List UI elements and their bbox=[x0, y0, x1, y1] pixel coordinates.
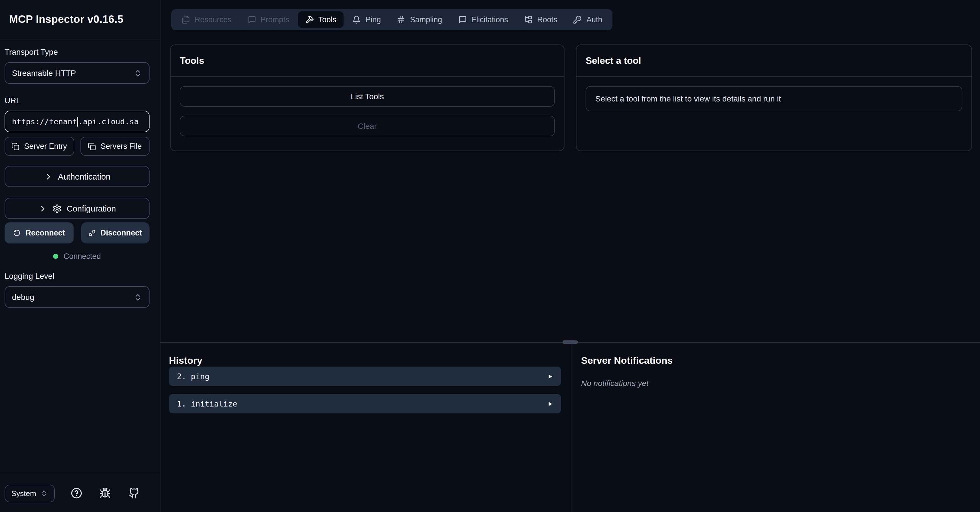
help-circle-icon bbox=[70, 487, 82, 499]
unplug-icon bbox=[89, 230, 95, 236]
vertical-pane-divider bbox=[571, 343, 571, 512]
select-tool-panel-title: Select a tool bbox=[585, 55, 641, 66]
configuration-label: Configuration bbox=[67, 204, 116, 213]
chevron-right-icon bbox=[38, 204, 48, 213]
authentication-label: Authentication bbox=[58, 172, 110, 181]
chevrons-up-down-icon bbox=[134, 293, 142, 301]
chevrons-up-down-icon bbox=[134, 69, 142, 77]
configuration-expander[interactable]: Configuration bbox=[5, 198, 150, 219]
expand-play-icon bbox=[546, 400, 554, 407]
disconnect-button[interactable]: Disconnect bbox=[81, 222, 150, 243]
clear-tools-button[interactable]: Clear bbox=[180, 116, 555, 136]
select-tool-panel: Select a tool Select a tool from the lis… bbox=[576, 44, 972, 151]
message-square-icon bbox=[247, 15, 256, 24]
sidebar-body: Transport Type Streamable HTTP URL https… bbox=[0, 40, 160, 474]
server-entry-label: Server Entry bbox=[24, 142, 67, 151]
tab-bar: Resources Prompts Tools Ping Sampling bbox=[171, 9, 612, 30]
bug-icon bbox=[99, 487, 111, 499]
connected-dot bbox=[53, 254, 59, 259]
copy-icon bbox=[88, 142, 96, 150]
hash-icon bbox=[397, 15, 406, 24]
message-square-icon bbox=[458, 15, 466, 24]
history-item-initialize[interactable]: 1. initialize bbox=[169, 394, 561, 414]
transport-type-label: Transport Type bbox=[5, 47, 150, 56]
sidebar-header: MCP Inspector v0.16.5 bbox=[0, 0, 160, 40]
tab-prompts[interactable]: Prompts bbox=[240, 11, 297, 28]
connected-label: Connected bbox=[64, 252, 101, 261]
url-input[interactable]: https://tenant.api.cloud.sa bbox=[5, 111, 150, 132]
tools-panel-header: Tools bbox=[171, 45, 564, 77]
transport-type-select[interactable]: Streamable HTTP bbox=[5, 62, 150, 84]
url-value-after-caret: .api.cloud.sa bbox=[78, 117, 139, 126]
chevron-right-icon bbox=[44, 172, 53, 181]
history-section: History 2. ping 1. initialize bbox=[169, 343, 561, 414]
logging-level-select[interactable]: debug bbox=[5, 286, 150, 308]
authentication-expander[interactable]: Authentication bbox=[5, 166, 150, 187]
folder-tree-icon bbox=[524, 15, 533, 24]
servers-file-button[interactable]: Servers File bbox=[80, 137, 150, 156]
files-icon bbox=[181, 15, 190, 24]
bottom-pane: History 2. ping 1. initialize Server Not… bbox=[161, 343, 980, 512]
tab-tools[interactable]: Tools bbox=[298, 11, 344, 28]
tools-panel-title: Tools bbox=[180, 55, 204, 66]
server-notifications-title: Server Notifications bbox=[581, 355, 971, 366]
top-pane: Resources Prompts Tools Ping Sampling bbox=[161, 0, 980, 342]
transport-type-value: Streamable HTTP bbox=[12, 68, 76, 78]
url-label: URL bbox=[5, 96, 150, 105]
sidebar-footer: System bbox=[0, 474, 160, 512]
servers-file-label: Servers File bbox=[100, 142, 142, 151]
select-tool-panel-header: Select a tool bbox=[576, 45, 971, 77]
select-tool-hint: Select a tool from the list to view its … bbox=[585, 86, 962, 111]
main-area: Resources Prompts Tools Ping Sampling bbox=[161, 0, 980, 512]
logging-level-value: debug bbox=[12, 293, 34, 302]
connection-status: Connected bbox=[5, 252, 150, 261]
copy-icon bbox=[11, 142, 19, 150]
chevrons-up-down-icon bbox=[41, 490, 48, 497]
server-notifications-section: Server Notifications No notifications ye… bbox=[581, 343, 971, 388]
report-bug-button[interactable] bbox=[98, 487, 112, 500]
gear-icon bbox=[52, 204, 62, 213]
app-title: MCP Inspector v0.16.5 bbox=[9, 13, 124, 26]
no-notifications-text: No notifications yet bbox=[581, 379, 971, 388]
bell-icon bbox=[352, 15, 361, 24]
sidebar: MCP Inspector v0.16.5 Transport Type Str… bbox=[0, 0, 161, 512]
tab-elicitations[interactable]: Elicitations bbox=[450, 11, 515, 28]
tab-sampling[interactable]: Sampling bbox=[390, 11, 450, 28]
disconnect-label: Disconnect bbox=[100, 229, 142, 237]
url-value-before-caret: https://tenant bbox=[12, 117, 77, 126]
tab-resources[interactable]: Resources bbox=[174, 11, 239, 28]
app-window: MCP Inspector v0.16.5 Transport Type Str… bbox=[0, 0, 980, 512]
logging-level-label: Logging Level bbox=[5, 271, 150, 281]
expand-play-icon bbox=[546, 373, 554, 380]
text-caret bbox=[77, 117, 78, 126]
history-title: History bbox=[169, 355, 561, 366]
tab-roots[interactable]: Roots bbox=[517, 11, 565, 28]
theme-value: System bbox=[11, 489, 36, 498]
help-button[interactable] bbox=[69, 487, 83, 500]
tab-ping[interactable]: Ping bbox=[345, 11, 388, 28]
github-button[interactable] bbox=[127, 487, 141, 500]
reconnect-label: Reconnect bbox=[25, 229, 65, 237]
rotate-ccw-icon bbox=[13, 229, 20, 236]
history-item-ping[interactable]: 2. ping bbox=[169, 366, 561, 386]
github-icon bbox=[128, 487, 140, 499]
reconnect-button[interactable]: Reconnect bbox=[5, 222, 73, 243]
theme-select[interactable]: System bbox=[5, 484, 55, 502]
list-tools-button[interactable]: List Tools bbox=[180, 86, 555, 106]
tab-auth[interactable]: Auth bbox=[566, 11, 610, 28]
key-icon bbox=[573, 15, 582, 24]
tools-panel: Tools List Tools Clear bbox=[170, 44, 565, 151]
server-entry-button[interactable]: Server Entry bbox=[5, 137, 74, 156]
hammer-icon bbox=[305, 15, 314, 24]
